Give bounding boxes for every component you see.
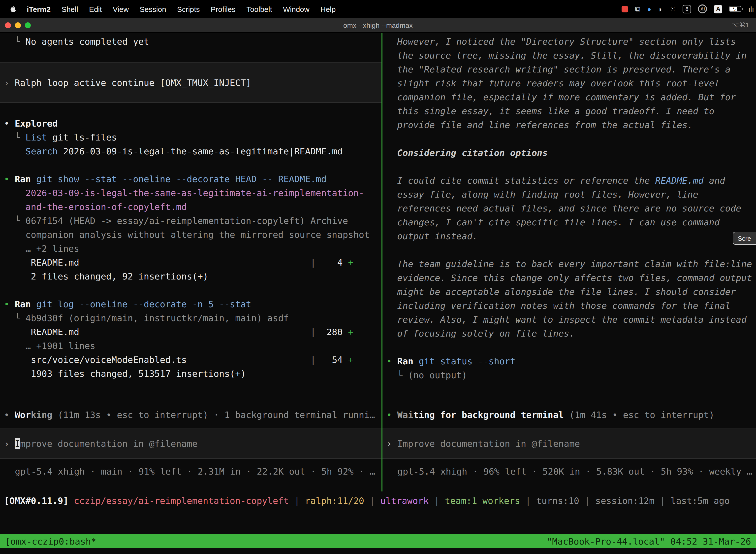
- window-title: omx --xhigh --madmax: [0, 21, 756, 29]
- terminal-line: this single essay, it seems like a good …: [382, 104, 756, 118]
- right-terminal-pane: However, I noticed the "Directory Struct…: [382, 33, 756, 491]
- terminal-line: the "Related research writing" section i…: [382, 63, 756, 76]
- input-source-icon[interactable]: A: [714, 5, 722, 13]
- omx-status-segments: [OMX#0.11.9] cczip/essay/ai-reimplementa…: [0, 494, 730, 508]
- iterm2-window: iTerm2ShellEditViewSessionScriptsProfile…: [0, 0, 756, 554]
- terminal-line: └ 4b9d30f (origin/main, instructkr/main,…: [0, 311, 381, 325]
- terminal-line: [0, 283, 381, 297]
- terminal-line: src/voice/voiceModeEnabled.ts | 54 +: [0, 353, 381, 367]
- bottom-gap: [0, 510, 756, 534]
- tmux-session-label: [omx-cczip0:bash*: [5, 536, 96, 546]
- menu-bar-status-icons: ⧉●◗⁙8.61Aϟılı: [622, 4, 756, 13]
- menu-items: iTerm2ShellEditViewSessionScriptsProfile…: [21, 5, 341, 13]
- terminal-line: • Waiting for background terminal (1m 41…: [382, 408, 756, 422]
- zoom-button[interactable]: [25, 22, 31, 28]
- window-shortcut-badge: ⌥⌘1: [732, 21, 756, 29]
- text-cursor: I: [15, 438, 20, 448]
- blue-app-icon[interactable]: ●: [647, 5, 651, 13]
- terminal-line: 2 files changed, 92 insertions(+): [0, 270, 381, 283]
- ralph-loop-banner: › Ralph loop active continue [OMX_TMUX_I…: [0, 62, 381, 103]
- menu-item-help[interactable]: Help: [315, 5, 341, 13]
- window-controls: [0, 22, 31, 28]
- clipped-screen-tooltip[interactable]: Scre: [733, 232, 756, 245]
- terminal-panes: └ No agents completed yet › Ralph loop a…: [0, 33, 756, 491]
- keycap-8-icon[interactable]: 8: [683, 5, 691, 13]
- terminal-line: [OMX#0.11.9] cczip/essay/ai-reimplementa…: [0, 494, 730, 508]
- left-terminal-pane: └ No agents completed yet › Ralph loop a…: [0, 33, 381, 491]
- left-pre-lines: └ No agents completed yet: [0, 35, 381, 49]
- terminal-line: └ No agents completed yet: [0, 35, 381, 49]
- terminal-line: companion file, especially if more comme…: [382, 90, 756, 104]
- terminal-line: 1903 files changed, 513517 insertions(+): [0, 367, 381, 381]
- terminal-line: references need actual files, and since …: [382, 202, 756, 215]
- terminal-line: However, I noticed the "Directory Struct…: [382, 35, 756, 49]
- terminal-line: … +2 lines: [0, 242, 381, 256]
- terminal-line: • Working (11m 13s • esc to interrupt) ·…: [0, 408, 381, 422]
- menu-item-session[interactable]: Session: [134, 5, 172, 13]
- menu-item-view[interactable]: View: [107, 5, 134, 13]
- terminal-line: • Ran git show --stat --oneline --decora…: [0, 172, 381, 186]
- terminal-line: the source tree, missing the essay. Stil…: [382, 49, 756, 63]
- terminal-line: • Explored: [0, 117, 381, 130]
- terminal-line: changes, I can't cite specific file line…: [382, 215, 756, 229]
- terminal-line: The team guideline is to back every impo…: [382, 257, 756, 271]
- apple-logo-icon: [10, 5, 16, 13]
- terminal-line: might be acceptable alongside the file l…: [382, 285, 756, 299]
- prompt-chevron: ›: [4, 77, 15, 88]
- terminal-line: of focusing solely on file lines.: [382, 327, 756, 340]
- prompt-chevron: ›: [386, 438, 397, 448]
- terminal-line: • Ran git log --oneline --decorate -n 5 …: [0, 297, 381, 311]
- terminal-line: output instead.: [382, 229, 756, 243]
- menu-item-profiles[interactable]: Profiles: [205, 5, 241, 13]
- minimize-button[interactable]: [15, 22, 21, 28]
- terminal-line: [382, 132, 756, 146]
- tmux-host-clock-label: "MacBook-Pro-44.local" 04:52 31-Mar-26: [547, 536, 751, 546]
- screen-recording-indicator-icon[interactable]: [622, 6, 628, 12]
- ghost-app-icon[interactable]: ◗: [658, 5, 663, 13]
- terminal-line: [0, 103, 381, 117]
- terminal-line: [0, 158, 381, 172]
- terminal-line: [382, 243, 756, 257]
- terminal-line: Considering citation options: [382, 146, 756, 160]
- menu-item-edit[interactable]: Edit: [83, 5, 107, 13]
- menu-item-iterm2[interactable]: iTerm2: [21, 5, 56, 13]
- terminal-line: └ 067f154 (HEAD -> essay/ai-reimplementa…: [0, 214, 381, 228]
- right-output-lines: However, I noticed the "Directory Struct…: [382, 35, 756, 382]
- terminal-line: I could cite commit statistics or refere…: [382, 174, 756, 188]
- dots-grid-icon[interactable]: ⁙: [670, 4, 676, 13]
- window-title-bar: omx --xhigh --madmax ⌥⌘1: [0, 18, 756, 33]
- terminal-line: └ List git ls-files: [0, 130, 381, 145]
- terminal-line: slight risk that future readers may over…: [382, 76, 756, 90]
- menu-item-scripts[interactable]: Scripts: [172, 5, 205, 13]
- bottom-strip: [0, 548, 756, 554]
- signal-bars-icon[interactable]: ılı: [748, 5, 754, 13]
- left-prompt-input[interactable]: › Improve documentation in @filename: [0, 428, 381, 459]
- left-output-lines: • Explored └ List git ls-files Search 20…: [0, 103, 381, 381]
- right-prompt-input[interactable]: › Improve documentation in @filename: [382, 428, 756, 459]
- apple-menu[interactable]: [9, 5, 21, 13]
- battery-percent-icon[interactable]: .61: [698, 4, 707, 13]
- right-waiting-status: • Waiting for background terminal (1m 41…: [382, 408, 756, 422]
- input-suggestion-text: Improve documentation in @filename: [397, 438, 580, 448]
- close-button[interactable]: [5, 22, 11, 28]
- terminal-line: evidence. Since this change only affects…: [382, 271, 756, 285]
- clipped-screen-tooltip-label: Scre: [738, 234, 751, 242]
- terminal-line: • Ran git status --short: [382, 354, 756, 368]
- menu-item-window[interactable]: Window: [277, 5, 315, 13]
- tmux-status-bar: [omx-cczip0:bash* "MacBook-Pro-44.local"…: [0, 534, 756, 548]
- macos-menu-bar: iTerm2ShellEditViewSessionScriptsProfile…: [0, 0, 756, 18]
- menu-item-toolbelt[interactable]: Toolbelt: [241, 5, 277, 13]
- menu-item-shell[interactable]: Shell: [56, 5, 83, 13]
- input-suggestion-text: mprove documentation in @filename: [20, 438, 197, 448]
- terminal-line: including verification notes with those …: [382, 299, 756, 313]
- ralph-loop-label: Ralph loop active continue [OMX_TMUX_INJ…: [15, 77, 251, 88]
- left-model-status-line: gpt-5.4 xhigh · main · 91% left · 2.31M …: [0, 465, 381, 479]
- left-working-status: • Working (11m 13s • esc to interrupt) ·…: [0, 408, 381, 422]
- battery-icon[interactable]: ϟ: [730, 6, 741, 12]
- terminal-line: [382, 160, 756, 174]
- terminal-line: Search 2026-03-09-is-legal-the-same-as-l…: [0, 145, 381, 158]
- terminal-line: README.md | 280 +: [0, 325, 381, 339]
- terminal-line: provide file and line references from th…: [382, 118, 756, 132]
- window-tiles-icon[interactable]: ⧉: [635, 4, 640, 13]
- right-model-status-line: gpt-5.4 xhigh · 96% left · 520K in · 5.8…: [382, 465, 756, 479]
